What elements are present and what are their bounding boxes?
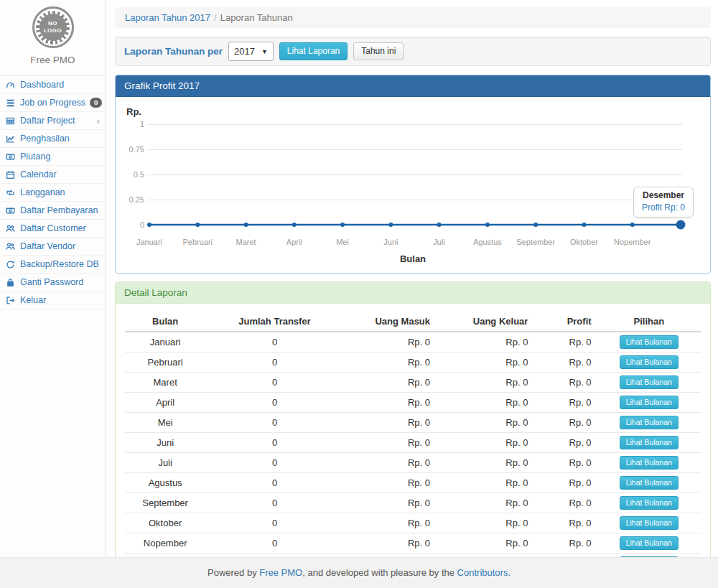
cell-jumlah_transfer: 0 bbox=[205, 353, 343, 373]
sidebar-item-daftar-vendor[interactable]: Daftar Vendor bbox=[0, 238, 106, 256]
money-icon bbox=[6, 206, 16, 215]
table-row: Juni0Rp. 0Rp. 0Rp. 0Lihat Bulanan bbox=[125, 433, 701, 453]
lihat-bulanan-button[interactable]: Lihat Bulanan bbox=[620, 416, 679, 429]
cell-pilihan: Lihat Bulanan bbox=[597, 473, 701, 493]
x-axis-tick: Nopember bbox=[607, 238, 658, 246]
sidebar-item-label: Daftar Vendor bbox=[20, 241, 75, 251]
cell-pilihan: Lihat Bulanan bbox=[597, 533, 701, 554]
logo-block: NO LOGO Free PMO bbox=[0, 0, 106, 68]
line-chart-icon bbox=[6, 134, 16, 144]
profit-series bbox=[125, 120, 701, 235]
cell-bulan: Oktober bbox=[125, 513, 205, 533]
table-row: Maret0Rp. 0Rp. 0Rp. 0Lihat Bulanan bbox=[125, 373, 701, 393]
cell-jumlah_transfer: 0 bbox=[205, 453, 343, 473]
brand-name: Free PMO bbox=[0, 55, 106, 65]
tooltip-value: Profit Rp: 0 bbox=[642, 202, 685, 213]
cell-bulan: Agustus bbox=[125, 473, 205, 493]
lihat-laporan-button[interactable]: Lihat Laporan bbox=[279, 42, 348, 60]
sidebar-item-daftar-project[interactable]: Daftar Project ‹ bbox=[0, 112, 106, 130]
lihat-bulanan-button[interactable]: Lihat Bulanan bbox=[620, 476, 679, 490]
lihat-bulanan-button[interactable]: Lihat Bulanan bbox=[620, 375, 679, 389]
cell-jumlah_transfer: 0 bbox=[205, 493, 343, 513]
x-axis-tick: Oktober bbox=[559, 238, 609, 246]
lihat-bulanan-button[interactable]: Lihat Bulanan bbox=[620, 516, 679, 530]
cell-uang_keluar: Rp. 0 bbox=[436, 332, 533, 353]
sidebar-item-label: Ganti Password bbox=[20, 277, 83, 287]
lock-icon bbox=[6, 278, 16, 287]
chart-y-axis-label: Rp. bbox=[126, 106, 701, 117]
cell-jumlah_transfer: 0 bbox=[205, 513, 343, 533]
breadcrumb-link-laporan-tahun[interactable]: Laporan Tahun 2017 bbox=[125, 12, 210, 23]
sidebar-item-label: Calendar bbox=[20, 169, 57, 179]
no-logo-seal-teeth: NO LOGO bbox=[36, 11, 70, 45]
lihat-bulanan-button[interactable]: Lihat Bulanan bbox=[620, 536, 679, 550]
detail-panel-body: BulanJumlah TransferUang MasukUang Kelua… bbox=[116, 304, 710, 588]
x-axis-tick: Maret bbox=[221, 238, 271, 246]
table-row: April0Rp. 0Rp. 0Rp. 0Lihat Bulanan bbox=[125, 393, 701, 413]
filter-label: Laporan Tahunan per bbox=[124, 46, 223, 57]
cell-bulan: Nopember bbox=[125, 533, 205, 554]
cell-pilihan: Lihat Bulanan bbox=[597, 433, 701, 453]
sidebar-item-daftar-customer[interactable]: Daftar Customer bbox=[0, 220, 106, 238]
profit-line-chart[interactable]: Desember Profit Rp: 0 10.750.50.250 bbox=[125, 120, 701, 235]
lihat-bulanan-button[interactable]: Lihat Bulanan bbox=[620, 456, 679, 470]
sidebar-item-daftar-pembayaran[interactable]: Daftar Pembayaran bbox=[0, 202, 106, 220]
sidebar-item-backup-restore-db[interactable]: Backup/Restore DB bbox=[0, 256, 106, 274]
cell-uang_masuk: Rp. 0 bbox=[344, 393, 436, 413]
cell-bulan: Mei bbox=[125, 413, 205, 433]
x-axis-tick: Pebruari bbox=[172, 238, 223, 246]
job-count-badge: 0 bbox=[90, 98, 102, 108]
column-header: Uang Masuk bbox=[344, 312, 436, 332]
footer-brand-link[interactable]: Free PMO bbox=[259, 567, 302, 578]
cell-profit: Rp. 0 bbox=[533, 453, 597, 473]
lihat-bulanan-button[interactable]: Lihat Bulanan bbox=[620, 355, 679, 369]
x-axis-tick: Agustus bbox=[462, 238, 513, 246]
cell-uang_keluar: Rp. 0 bbox=[436, 433, 533, 453]
footer-text-middle: , and developed with pleasure by the bbox=[302, 567, 457, 578]
retweet-icon bbox=[6, 188, 16, 197]
cell-jumlah_transfer: 0 bbox=[205, 473, 343, 493]
sidebar-item-calendar[interactable]: Calendar bbox=[0, 166, 106, 184]
cell-jumlah_transfer: 0 bbox=[205, 393, 343, 413]
lihat-bulanan-button[interactable]: Lihat Bulanan bbox=[620, 335, 679, 349]
table-row: Nopember0Rp. 0Rp. 0Rp. 0Lihat Bulanan bbox=[125, 533, 701, 554]
cell-uang_keluar: Rp. 0 bbox=[436, 373, 533, 393]
cell-profit: Rp. 0 bbox=[533, 373, 597, 393]
chart-panel-body: Rp. Desember Profit Rp: 0 10.750.50.250 … bbox=[116, 97, 710, 273]
lihat-bulanan-button[interactable]: Lihat Bulanan bbox=[620, 496, 679, 510]
cell-jumlah_transfer: 0 bbox=[205, 373, 343, 393]
cell-uang_masuk: Rp. 0 bbox=[344, 332, 436, 353]
table-row: Januari0Rp. 0Rp. 0Rp. 0Lihat Bulanan bbox=[125, 332, 701, 353]
sidebar-item-piutang[interactable]: Piutang bbox=[0, 148, 106, 166]
year-select[interactable]: 2017 ▼ bbox=[228, 42, 274, 61]
sidebar-item-penghasilan[interactable]: Penghasilan bbox=[0, 130, 106, 148]
cell-profit: Rp. 0 bbox=[533, 533, 597, 554]
cell-pilihan: Lihat Bulanan bbox=[597, 353, 701, 373]
sidebar-item-langganan[interactable]: Langganan bbox=[0, 184, 106, 202]
lihat-bulanan-button[interactable]: Lihat Bulanan bbox=[620, 396, 679, 409]
footer-contributors-link[interactable]: Contributors. bbox=[457, 567, 510, 578]
sidebar-item-ganti-password[interactable]: Ganti Password bbox=[0, 274, 106, 291]
footer-text-prefix: Powered by bbox=[208, 567, 259, 578]
sidebar-item-dashboard[interactable]: Dashboard bbox=[0, 76, 106, 94]
chart-panel-title: Grafik Profit 2017 bbox=[116, 75, 710, 97]
cell-uang_keluar: Rp. 0 bbox=[436, 533, 533, 554]
column-header: Jumlah Transfer bbox=[205, 312, 343, 332]
cell-profit: Rp. 0 bbox=[533, 433, 597, 453]
cell-pilihan: Lihat Bulanan bbox=[597, 493, 701, 513]
sidebar: NO LOGO Free PMO Dashboard Job on Progre… bbox=[0, 0, 106, 557]
sidebar-item-keluar[interactable]: Keluar bbox=[0, 291, 106, 309]
sidebar-item-job-on-progress[interactable]: Job on Progress 0 bbox=[0, 94, 106, 112]
cell-bulan: Pebruari bbox=[125, 353, 205, 373]
x-axis-tick: Juli bbox=[414, 238, 465, 246]
no-logo-seal-core: NO LOGO bbox=[39, 14, 67, 41]
cell-uang_masuk: Rp. 0 bbox=[344, 373, 436, 393]
sidebar-item-label: Dashboard bbox=[20, 80, 64, 90]
cell-bulan: Juni bbox=[125, 433, 205, 453]
table-row: Agustus0Rp. 0Rp. 0Rp. 0Lihat Bulanan bbox=[125, 473, 701, 493]
cell-bulan: September bbox=[125, 493, 205, 513]
lihat-bulanan-button[interactable]: Lihat Bulanan bbox=[620, 436, 679, 449]
sidebar-item-label: Langganan bbox=[20, 187, 65, 197]
column-header: Pilihan bbox=[597, 312, 701, 332]
tahun-ini-button[interactable]: Tahun ini bbox=[353, 42, 404, 60]
